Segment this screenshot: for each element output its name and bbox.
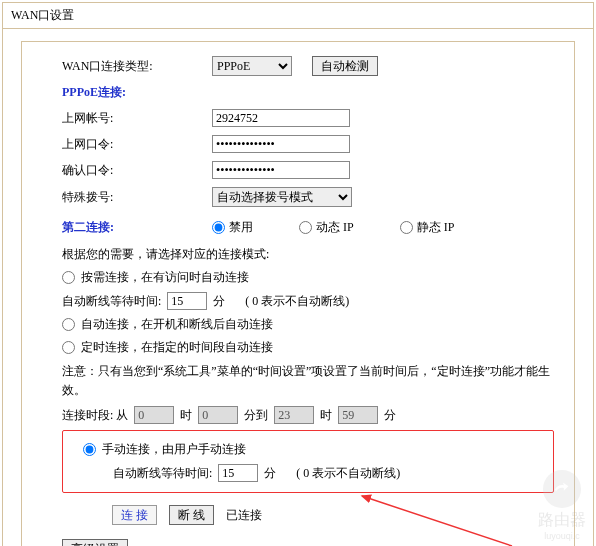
radio-disable[interactable]: 禁用 [212,219,253,236]
manual-wait-row: 自动断线等待时间: 分 ( 0 表示不自动断线) [113,464,547,482]
watermark: 路由器 luyouqi.c [538,470,586,541]
modes-section: 根据您的需要，请选择对应的连接模式: 按需连接，在有访问时自动连接 自动断线等待… [62,246,554,493]
wan-settings-panel: WAN口设置 WAN口连接类型: PPPoE 自动检测 PPPoE连接: 上网帐… [2,2,594,546]
advanced-button[interactable]: 高级设置 [62,539,128,546]
dialmode-label: 特殊拨号: [62,189,212,206]
account-row: 上网帐号: [62,109,554,127]
mode-manual[interactable]: 手动连接，由用户手动连接 [83,441,547,458]
connect-button[interactable]: 连 接 [112,505,157,525]
mode-ondemand[interactable]: 按需连接，在有访问时自动连接 [62,269,554,286]
disconnect-button[interactable]: 断 线 [169,505,214,525]
arrow-icon [342,491,522,546]
radio-manual[interactable] [83,443,96,456]
wan-type-row: WAN口连接类型: PPPoE 自动检测 [62,56,554,76]
password-input[interactable] [212,135,350,153]
svg-line-0 [362,496,512,546]
dialmode-select[interactable]: 自动选择拨号模式 [212,187,352,207]
hour-from-input [134,406,174,424]
wan-type-select[interactable]: PPPoE [212,56,292,76]
pppoe-header: PPPoE连接: [62,84,126,101]
dialmode-row: 特殊拨号: 自动选择拨号模式 [62,187,554,207]
radio-scheduled[interactable] [62,341,75,354]
ondemand-wait-input[interactable] [167,292,207,310]
modes-intro: 根据您的需要，请选择对应的连接模式: [62,246,554,263]
password-label: 上网口令: [62,136,212,153]
radio-static-input[interactable] [400,221,413,234]
radio-ondemand[interactable] [62,271,75,284]
router-icon [543,470,581,508]
password-row: 上网口令: [62,135,554,153]
second-conn-radios: 禁用 动态 IP 静态 IP [212,219,454,236]
second-conn-label: 第二连接: [62,219,212,236]
inner-panel: WAN口连接类型: PPPoE 自动检测 PPPoE连接: 上网帐号: 上网口令… [21,41,575,546]
mode-auto[interactable]: 自动连接，在开机和断线后自动连接 [62,316,554,333]
second-conn-row: 第二连接: 禁用 动态 IP 静态 IP [62,219,554,236]
account-input[interactable] [212,109,350,127]
radio-dynamic[interactable]: 动态 IP [299,219,354,236]
min-to-input [338,406,378,424]
connection-status: 已连接 [226,507,262,524]
radio-static[interactable]: 静态 IP [400,219,455,236]
ondemand-wait-row: 自动断线等待时间: 分 ( 0 表示不自动断线) [62,292,554,310]
manual-highlight: 手动连接，由用户手动连接 自动断线等待时间: 分 ( 0 表示不自动断线) [62,430,554,493]
scheduled-note: 注意：只有当您到“系统工具”菜单的“时间设置”项设置了当前时间后，“定时连接”功… [62,362,554,400]
hour-to-input [274,406,314,424]
confirm-input[interactable] [212,161,350,179]
auto-detect-button[interactable]: 自动检测 [312,56,378,76]
account-label: 上网帐号: [62,110,212,127]
confirm-row: 确认口令: [62,161,554,179]
scheduled-time-row: 连接时段: 从 时 分到 时 分 [62,406,554,424]
confirm-label: 确认口令: [62,162,212,179]
radio-dynamic-input[interactable] [299,221,312,234]
manual-wait-input[interactable] [218,464,258,482]
wan-type-label: WAN口连接类型: [62,58,212,75]
radio-auto[interactable] [62,318,75,331]
min-from-input [198,406,238,424]
panel-title: WAN口设置 [3,3,593,29]
pppoe-header-row: PPPoE连接: [62,84,554,101]
mode-scheduled[interactable]: 定时连接，在指定的时间段自动连接 [62,339,554,356]
radio-disable-input[interactable] [212,221,225,234]
